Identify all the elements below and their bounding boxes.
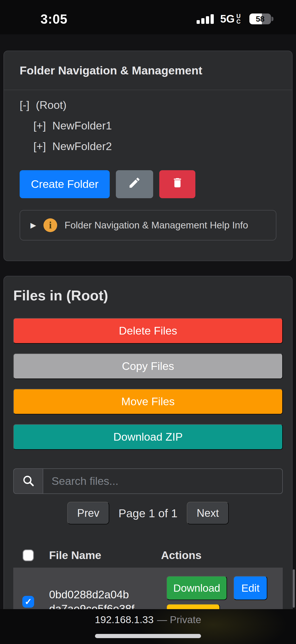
download-file-button[interactable]: Download (166, 576, 227, 600)
signal-strength-icon (197, 14, 214, 24)
network-uc-label: UC (236, 14, 243, 24)
tree-toggle[interactable]: [+] (33, 120, 46, 132)
row-checkbox[interactable]: ✓ (22, 596, 34, 608)
checkmark-icon: ✓ (24, 596, 32, 607)
select-all-checkbox[interactable] (22, 550, 34, 561)
pencil-icon (128, 176, 141, 192)
pagination: Prev Page 1 of 1 Next (13, 502, 283, 524)
tree-folder-name: NewFolder2 (52, 140, 112, 152)
move-files-button[interactable]: Move Files (13, 389, 283, 414)
files-card-title: Files in (Root) (13, 287, 283, 304)
tree-item-newfolder1[interactable]: [+] NewFolder1 (20, 120, 276, 132)
site-url: 192.168.1.33 (95, 614, 153, 626)
delete-folder-button[interactable] (159, 170, 195, 198)
files-card: Files in (Root) Delete Files Copy Files … (3, 276, 293, 644)
network-type: 5G UC (220, 13, 243, 25)
delete-files-button[interactable]: Delete Files (13, 318, 283, 344)
battery-percent: 58 (249, 14, 271, 24)
edit-file-button[interactable]: Edit (233, 576, 267, 600)
download-zip-button[interactable]: Download ZIP (13, 424, 283, 450)
tree-folder-name: NewFolder1 (52, 120, 112, 132)
actions-column-header: Actions (161, 549, 283, 562)
network-5g-label: 5G (220, 13, 235, 25)
search-addon (13, 468, 43, 494)
status-icons: 5G UC 58 (197, 13, 274, 25)
tree-toggle[interactable]: [-] (20, 99, 29, 111)
folder-navigation-card: Folder Navigation & Management [-] (Root… (3, 50, 293, 261)
tree-folder-name: (Root) (36, 99, 66, 111)
trash-icon (171, 176, 184, 192)
folder-card-title: Folder Navigation & Management (20, 63, 276, 78)
private-mode-label: — Private (157, 614, 201, 626)
file-search-group (13, 468, 283, 494)
tree-item-newfolder2[interactable]: [+] NewFolder2 (20, 140, 276, 152)
create-folder-button[interactable]: Create Folder (20, 170, 110, 198)
search-icon (22, 474, 35, 488)
next-page-button[interactable]: Next (187, 502, 229, 524)
folder-card-header: Folder Navigation & Management (4, 51, 292, 90)
tree-toggle[interactable]: [+] (33, 140, 46, 152)
info-icon: i (43, 218, 57, 232)
help-info-accordion[interactable]: ▶ i Folder Navigation & Management Help … (20, 210, 276, 240)
browser-bottom-bar: 192.168.1.33 — Private (0, 609, 296, 644)
folder-actions-row: Create Folder (20, 170, 276, 198)
folder-card-body: [-] (Root) [+] NewFolder1 [+] NewFolder2… (4, 90, 292, 260)
home-indicator[interactable] (95, 634, 201, 638)
address-bar[interactable]: 192.168.1.33 — Private (0, 609, 296, 626)
help-accordion-label: Folder Navigation & Management Help Info (64, 220, 248, 231)
battery-icon: 58 (249, 14, 274, 24)
page-indicator: Page 1 of 1 (119, 506, 177, 520)
clock: 3:05 (40, 12, 67, 26)
file-table-header: File Name Actions (13, 549, 283, 562)
file-name-column-header: File Name (43, 549, 161, 562)
iphone-screen: 3:05 5G UC 58 Folder Naviga (0, 0, 296, 644)
search-files-input[interactable] (43, 468, 283, 494)
rename-folder-button[interactable] (116, 170, 153, 198)
tree-item-root[interactable]: [-] (Root) (20, 99, 276, 111)
expand-triangle-icon: ▶ (30, 221, 36, 230)
scrollbar[interactable] (293, 569, 295, 608)
prev-page-button[interactable]: Prev (67, 502, 109, 524)
copy-files-button[interactable]: Copy Files (13, 354, 283, 379)
status-bar: 3:05 5G UC 58 (0, 0, 296, 34)
